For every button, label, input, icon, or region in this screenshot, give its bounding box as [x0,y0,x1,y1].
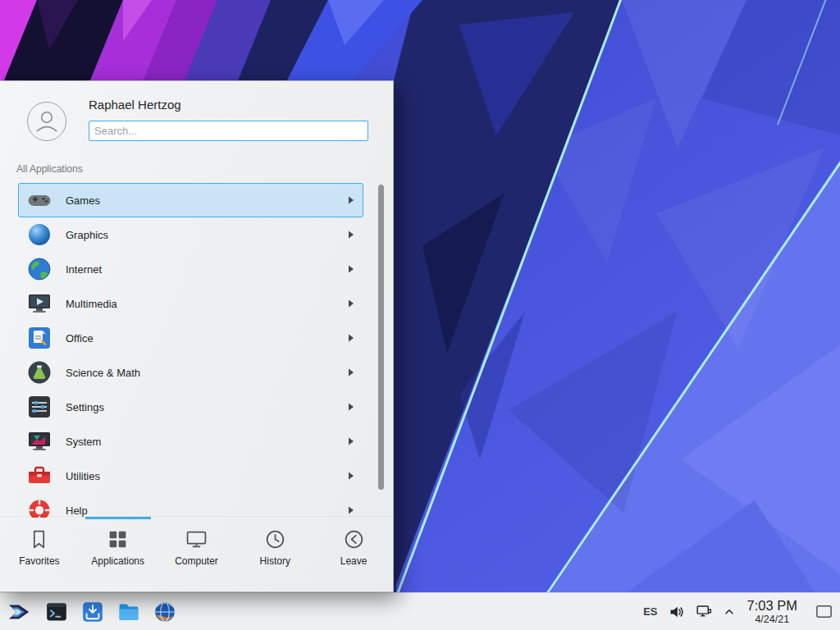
menu-item-science-math[interactable]: Science & Math [18,355,363,390]
taskbar-app-launchers [0,600,176,624]
launcher-tab-bar: Favorites Applications Computer History … [0,516,393,591]
section-label: All Applications [16,163,83,175]
web-browser-button[interactable] [153,600,176,623]
clock[interactable]: 7:03 PM 4/24/21 [747,598,797,625]
user-name: Raphael Hertzog [89,98,181,112]
tab-leave[interactable]: Leave [314,517,393,591]
bookmark-icon [28,528,50,550]
clock-icon [264,528,286,550]
internet-icon [26,256,52,282]
chevron-right-icon [348,265,354,273]
show-desktop-icon [815,602,833,621]
menu-item-games[interactable]: Games [18,183,363,217]
games-icon [26,187,52,213]
menu-item-label: Graphics [66,229,108,241]
utilities-icon [26,463,52,489]
science-icon [26,359,52,386]
system-tray: ES 7:03 PM 4/24/21 [643,598,840,625]
chevron-right-icon [348,437,354,445]
user-icon [30,105,63,138]
menu-item-label: Office [66,332,94,345]
menu-item-help[interactable]: Help [18,493,363,518]
expand-caret-icon[interactable] [724,606,735,618]
chevron-right-icon [348,403,354,411]
folder-icon [117,600,140,623]
menu-item-label: System [66,436,101,448]
tab-computer[interactable]: Computer [158,517,236,591]
terminal-launcher-button[interactable] [45,600,68,623]
menu-item-label: Games [66,194,100,207]
keyboard-layout-indicator[interactable]: ES [643,605,657,618]
chevron-right-icon [348,472,354,480]
menu-item-office[interactable]: Office [18,321,363,355]
software-center-button[interactable] [81,600,104,623]
menu-item-label: Multimedia [66,298,117,310]
chevron-right-icon [348,196,354,204]
menu-item-label: Settings [66,401,104,413]
avatar[interactable] [27,102,66,141]
menu-item-multimedia[interactable]: Multimedia [18,286,363,321]
office-icon [26,325,52,351]
chevron-right-icon [348,299,354,308]
leave-icon [343,528,365,550]
file-manager-button[interactable] [117,600,140,623]
clock-date: 4/24/21 [747,614,797,625]
menu-item-label: Internet [66,263,102,276]
kali-launcher-icon [7,600,32,624]
system-icon [26,428,52,454]
software-center-icon [81,600,104,623]
menu-item-settings[interactable]: Settings [18,390,363,424]
menu-item-label: Help [66,504,88,517]
applications-grid-icon [107,528,129,550]
search-input[interactable] [89,121,368,141]
menu-item-system[interactable]: System [18,424,363,459]
chevron-right-icon [348,368,354,377]
show-desktop-button[interactable] [810,602,833,621]
category-list: Games Graphics Internet Multimedia [0,183,393,518]
chevron-right-icon [348,506,354,514]
volume-icon[interactable] [669,604,685,620]
scrollbar[interactable] [378,185,384,490]
terminal-icon [45,600,68,623]
tab-favorites[interactable]: Favorites [0,517,79,591]
tab-applications[interactable]: Applications [79,517,158,591]
menu-item-label: Utilities [66,470,100,482]
chevron-right-icon [348,334,354,342]
network-icon[interactable] [696,603,713,620]
menu-item-internet[interactable]: Internet [18,252,363,286]
tab-history[interactable]: History [235,517,314,591]
taskbar: ES 7:03 PM 4/24/21 [0,592,840,630]
graphics-icon [26,221,52,248]
help-icon [26,497,52,518]
menu-item-utilities[interactable]: Utilities [18,459,363,493]
application-launcher-popup: Raphael Hertzog All Applications Games G… [0,80,394,592]
application-launcher-button[interactable] [7,600,32,624]
clock-time: 7:03 PM [747,598,797,614]
globe-icon [153,600,176,623]
chevron-right-icon [348,231,354,239]
menu-item-label: Science & Math [66,367,140,379]
settings-icon [26,394,52,420]
monitor-icon [185,528,208,550]
multimedia-icon [26,290,52,317]
menu-item-graphics[interactable]: Graphics [18,217,363,252]
